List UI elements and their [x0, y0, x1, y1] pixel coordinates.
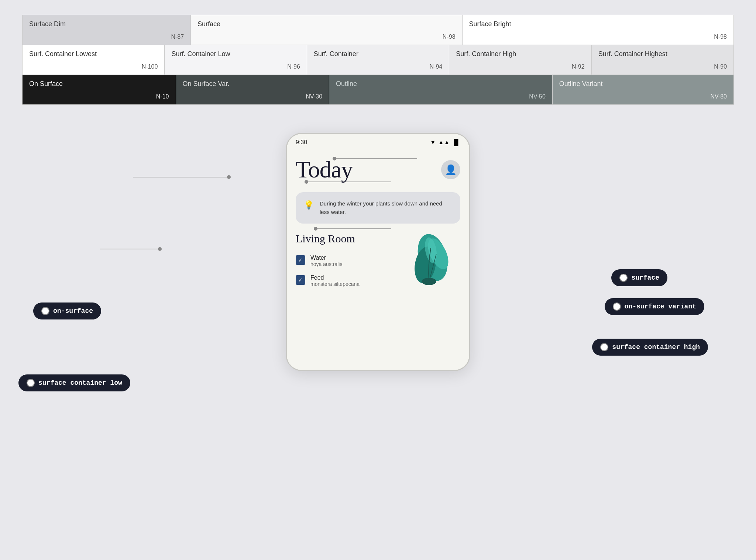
task-checkbox-water[interactable]: ✓ [296, 255, 305, 265]
annotation-on-surface: on-surface [33, 303, 101, 319]
task-name-feed: Feed [310, 274, 360, 281]
phone-section: on-surface surface container low 9:30 ▼ … [0, 122, 756, 371]
task-text-water: Water hoya australis [310, 255, 342, 267]
annotation-surface-container-high-label: surface container high [612, 343, 700, 351]
cell-outline: Outline NV-50 [329, 75, 553, 104]
task-sub-feed: monstera siltepecana [310, 281, 360, 287]
today-title: Today [296, 156, 353, 183]
cell-outline-variant-label: Outline Variant [559, 80, 727, 88]
wifi-icon: ▼ [430, 139, 436, 146]
annotation-on-surface-label: on-surface [53, 307, 93, 315]
phone-status-bar: 9:30 ▼ ▲▲ ▐▌ [287, 134, 469, 149]
annotation-surface-container-low-label: surface container low [38, 379, 122, 387]
status-icons: ▼ ▲▲ ▐▌ [430, 139, 460, 146]
lightbulb-icon: 💡 [304, 200, 314, 210]
cell-outline-label: Outline [336, 80, 546, 88]
cell-surf-container-lowest: Surf. Container Lowest N-100 [23, 45, 165, 75]
phone-header: Today 👤 [296, 149, 460, 186]
cell-surface-dim-value: N-87 [171, 34, 184, 40]
cell-surf-container-highest-label: Surf. Container Highest [598, 50, 727, 58]
cell-surf-container-value: N-94 [430, 63, 443, 70]
cell-surf-container-low-value: N-96 [287, 63, 300, 70]
status-time: 9:30 [296, 139, 307, 146]
cell-outline-variant-value: NV-80 [711, 93, 727, 100]
color-table-row1: Surface Dim N-87 Surface N-98 Surface Br… [23, 15, 733, 45]
cell-surf-container-lowest-value: N-100 [142, 63, 158, 70]
color-table-row2: Surf. Container Lowest N-100 Surf. Conta… [23, 45, 733, 75]
annotation-on-surface-variant-label: on-surface variant [625, 303, 696, 310]
annotation-surface: surface [611, 269, 667, 286]
annotation-surface-label: surface [631, 274, 659, 281]
checkmark-icon: ✓ [298, 257, 303, 263]
annotation-surface-container-low-dot [27, 379, 35, 387]
annotation-surface-container-high: surface container high [592, 339, 708, 356]
avatar-button[interactable]: 👤 [441, 160, 460, 179]
phone-frame: 9:30 ▼ ▲▲ ▐▌ Today 👤 💡 [286, 133, 470, 371]
annotation-surface-container-high-dot [600, 343, 608, 351]
cell-on-surface-var-label: On Surface Var. [183, 80, 323, 88]
cell-surf-container-low-label: Surf. Container Low [171, 50, 300, 58]
avatar-icon: 👤 [445, 164, 457, 176]
hint-card: 💡 During the winter your plants slow dow… [296, 192, 460, 224]
cell-surface: Surface N-98 [191, 15, 462, 45]
cell-surface-dim: Surface Dim N-87 [23, 15, 191, 45]
color-table: Surface Dim N-87 Surface N-98 Surface Br… [22, 15, 734, 105]
cell-outline-variant: Outline Variant NV-80 [553, 75, 733, 104]
battery-icon: ▐▌ [452, 139, 460, 146]
cell-surf-container: Surf. Container N-94 [307, 45, 449, 75]
task-name-water: Water [310, 255, 342, 261]
hint-text: During the winter your plants slow down … [320, 200, 452, 216]
cell-on-surface-var-value: NV-30 [306, 93, 322, 100]
cell-on-surface-value: N-10 [156, 93, 169, 100]
task-checkbox-feed[interactable]: ✓ [296, 275, 305, 285]
annotation-on-surface-dot [41, 307, 49, 315]
cell-surface-bright-value: N-98 [714, 34, 727, 40]
cell-surf-container-highest: Surf. Container Highest N-90 [592, 45, 733, 75]
cell-surface-bright: Surface Bright N-98 [463, 15, 733, 45]
cell-outline-value: NV-50 [529, 93, 545, 100]
annotation-surface-dot [619, 274, 628, 282]
task-sub-water: hoya australis [310, 261, 342, 267]
cell-surf-container-high-value: N-92 [572, 63, 585, 70]
cell-surf-container-lowest-label: Surf. Container Lowest [29, 50, 158, 58]
phone-content: Today 👤 💡 During the winter your plants … [287, 149, 469, 370]
cell-surface-value: N-98 [443, 34, 456, 40]
color-table-row3: On Surface N-10 On Surface Var. NV-30 Ou… [23, 75, 733, 104]
cell-surf-container-low: Surf. Container Low N-96 [165, 45, 307, 75]
cell-surf-container-high-label: Surf. Container High [456, 50, 584, 58]
cell-surf-container-label: Surf. Container [314, 50, 442, 58]
cell-surface-label: Surface [197, 20, 455, 28]
phone-mockup: 9:30 ▼ ▲▲ ▐▌ Today 👤 💡 [286, 133, 470, 371]
annotation-on-surface-variant: on-surface variant [605, 298, 704, 315]
checkmark-icon-feed: ✓ [298, 277, 303, 283]
cell-surf-container-high: Surf. Container High N-92 [449, 45, 591, 75]
cell-on-surface: On Surface N-10 [23, 75, 176, 104]
living-room-section: Living Room ✓ Water hoya australis [296, 232, 460, 291]
task-text-feed: Feed monstera siltepecana [310, 274, 360, 287]
cell-surface-dim-label: Surface Dim [29, 20, 184, 28]
signal-icon: ▲▲ [438, 139, 450, 146]
cell-on-surface-var: On Surface Var. NV-30 [176, 75, 330, 104]
annotation-surface-container-low: surface container low [18, 374, 130, 391]
cell-on-surface-label: On Surface [29, 80, 169, 88]
annotation-on-surface-variant-dot [613, 303, 621, 311]
plant-illustration [405, 228, 453, 287]
cell-surf-container-highest-value: N-90 [714, 63, 727, 70]
cell-surface-bright-label: Surface Bright [469, 20, 727, 28]
